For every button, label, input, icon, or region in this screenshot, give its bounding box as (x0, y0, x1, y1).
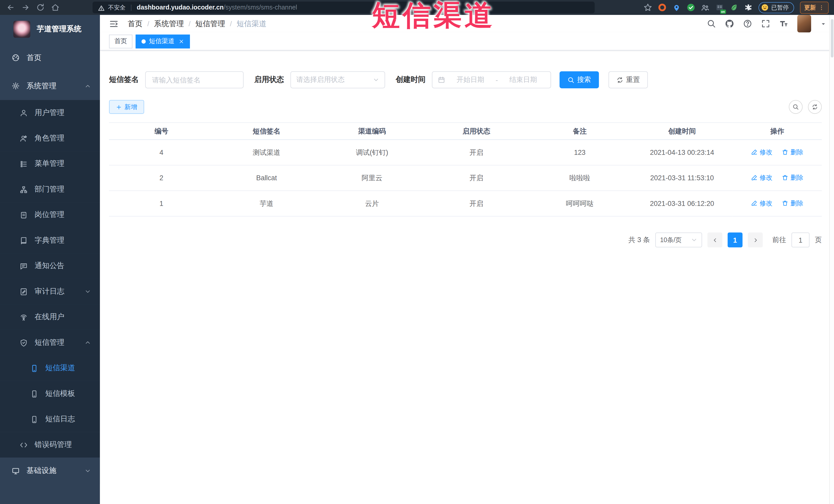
extension-puzzle-icon[interactable] (744, 3, 753, 12)
created-date-range-picker[interactable]: 开始日期 - 结束日期 (432, 71, 551, 88)
home-icon[interactable] (51, 3, 60, 12)
edit-link[interactable]: 修改 (751, 148, 772, 157)
app-logo-rabbit-image (13, 21, 30, 38)
sidebar-logo-row[interactable]: 芋道管理系统 (0, 15, 100, 44)
github-icon[interactable] (725, 19, 734, 28)
table-row[interactable]: 4测试渠道调试(钉钉)开启1232021-04-13 00:23:14修改删除 (109, 140, 822, 165)
tab-sms-channel[interactable]: 短信渠道 (135, 35, 190, 48)
scrollbar-thumb[interactable] (831, 19, 833, 58)
cell-status: 开启 (425, 191, 528, 216)
extension-check-icon[interactable] (687, 3, 695, 12)
sidebar-item-post[interactable]: 岗位管理 (0, 202, 100, 227)
table-body: 4测试渠道调试(钉钉)开启1232021-04-13 00:23:14修改删除2… (109, 140, 822, 216)
cell-sign: 芋道 (214, 191, 319, 216)
tab-home[interactable]: 首页 (109, 35, 132, 48)
breadcrumb-item[interactable]: 短信管理 (195, 19, 225, 28)
sign-filter-input[interactable] (145, 71, 244, 88)
sidebar-item-dept[interactable]: 部门管理 (0, 177, 100, 202)
delete-link[interactable]: 删除 (782, 199, 803, 208)
sidebar-item-role[interactable]: 角色管理 (0, 126, 100, 151)
sidebar-item-error-code[interactable]: 错误码管理 (0, 432, 100, 458)
sidebar-item-label: 角色管理 (35, 133, 64, 143)
sidebar-item-sms-channel[interactable]: 短信渠道 (0, 355, 100, 381)
column-header: 操作 (732, 123, 822, 140)
refresh-icon (812, 104, 818, 110)
reload-icon[interactable] (36, 3, 45, 12)
add-button[interactable]: 新增 (109, 100, 144, 114)
window-scrollbar[interactable] (829, 15, 834, 504)
forward-icon[interactable] (21, 3, 30, 12)
goto-page-input[interactable] (791, 232, 809, 247)
sidebar-item-online-user[interactable]: 在线用户 (0, 304, 100, 330)
emoji-face-icon (761, 4, 769, 11)
paused-badge[interactable]: 已暂停 (759, 2, 794, 13)
sidebar-item-infra[interactable]: 基础设施 (0, 458, 100, 484)
app-title: 芋道管理系统 (37, 24, 81, 34)
next-page-button[interactable] (748, 232, 763, 247)
edit-icon (751, 149, 758, 156)
sidebar-item-menu[interactable]: 菜单管理 (0, 151, 100, 176)
sidebar-item-label: 错误码管理 (35, 440, 72, 450)
status-filter-label: 启用状态 (254, 75, 284, 85)
page-size-select[interactable]: 10条/页 (655, 232, 702, 247)
trash-icon (782, 200, 788, 207)
not-secure-warning-icon (98, 4, 105, 11)
avatar-caret-down-icon[interactable] (820, 21, 827, 27)
time-filter-label: 创建时间 (396, 75, 425, 85)
chevron-down-icon (85, 467, 91, 474)
search-icon[interactable] (707, 19, 716, 28)
help-question-icon[interactable] (743, 19, 752, 28)
sidebar-item-sms[interactable]: 短信管理 (0, 330, 100, 355)
breadcrumb-separator: / (230, 20, 232, 28)
font-size-icon[interactable] (779, 19, 788, 28)
cell-code: 阿里云 (319, 165, 425, 191)
browser-update-button[interactable]: 更新 (800, 1, 829, 14)
close-tab-icon[interactable] (179, 39, 184, 44)
bookmark-star-icon[interactable] (643, 3, 652, 12)
browser-extensions-area: on 已暂停 更新 (643, 1, 834, 14)
extension-on-badge-icon[interactable]: on (716, 3, 724, 12)
online-user-icon (20, 313, 28, 321)
cell-status: 开启 (425, 140, 528, 165)
edit-link[interactable]: 修改 (751, 173, 772, 182)
fullscreen-icon[interactable] (761, 19, 770, 28)
sidebar-item-audit-log[interactable]: 审计日志 (0, 279, 100, 304)
user-avatar[interactable] (797, 15, 811, 32)
sidebar-item-sms-template[interactable]: 短信模板 (0, 381, 100, 407)
sidebar-item-home[interactable]: 首页 (0, 44, 100, 72)
status-filter-select[interactable]: 请选择启用状态 (290, 71, 385, 88)
collapse-sidebar-icon[interactable] (109, 19, 118, 28)
prev-page-button[interactable] (707, 232, 722, 247)
delete-link[interactable]: 删除 (782, 173, 803, 182)
reset-button[interactable]: 重置 (608, 71, 648, 88)
toggle-search-button[interactable] (789, 100, 803, 114)
extension-green-icon[interactable] (730, 3, 738, 12)
extension-people-icon[interactable] (701, 3, 709, 12)
back-icon[interactable] (6, 3, 15, 12)
url-path: /system/sms/sms-channel (224, 4, 297, 11)
cell-code: 云片 (319, 191, 425, 216)
sidebar-item-user[interactable]: 用户管理 (0, 100, 100, 126)
sidebar-item-notice[interactable]: 通知公告 (0, 253, 100, 279)
extension-orange-icon[interactable] (658, 3, 666, 12)
address-bar[interactable]: 不安全 | dashboard.yudao.iocoder.cn /system… (93, 2, 595, 13)
sms-shield-icon (20, 339, 28, 347)
phone-icon (30, 415, 38, 423)
sidebar-item-sms-log[interactable]: 短信日志 (0, 407, 100, 432)
table-row[interactable]: 2Ballcat阿里云开启啦啦啦2021-03-31 11:53:10修改删除 (109, 165, 822, 191)
table-row[interactable]: 1芋道云片开启呵呵呵哒2021-03-31 06:12:20修改删除 (109, 191, 822, 216)
column-header: 编号 (109, 123, 214, 140)
edit-link[interactable]: 修改 (751, 199, 772, 208)
phone-icon (30, 390, 38, 398)
extension-pin-icon[interactable] (672, 3, 681, 12)
breadcrumb-item[interactable]: 系统管理 (154, 19, 184, 28)
sidebar-item-dict[interactable]: 字典管理 (0, 228, 100, 253)
breadcrumb-item[interactable]: 首页 (128, 19, 142, 28)
delete-link[interactable]: 删除 (782, 148, 803, 157)
sidebar-item-system[interactable]: 系统管理 (0, 72, 100, 100)
search-button[interactable]: 搜索 (559, 71, 599, 88)
cell-sign: Ballcat (214, 165, 319, 191)
chevron-down-icon (373, 76, 379, 83)
page-1-button[interactable]: 1 (728, 232, 743, 247)
refresh-table-button[interactable] (808, 100, 822, 114)
